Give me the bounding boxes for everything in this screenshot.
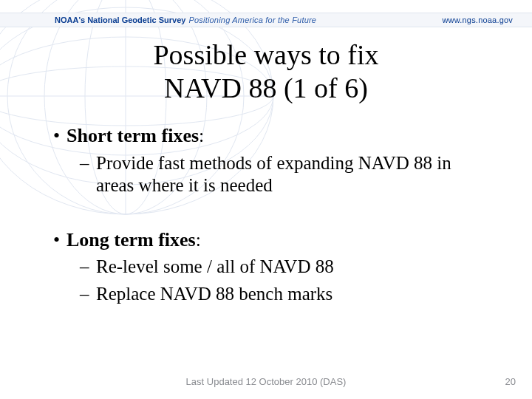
dash-icon: –: [80, 256, 96, 279]
sub-bullet-text: Re-level some / all of NAVD 88: [96, 256, 482, 279]
bullet-label-text: Long term fixes: [66, 229, 196, 250]
slide: NOAA's National Geodetic Survey Position…: [0, 0, 532, 399]
slide-title: Possible ways to fix NAVD 88 (1 of 6): [0, 38, 532, 105]
slide-body: • Short term fixes: – Provide fast metho…: [53, 124, 482, 305]
header-tagline: Positioning America for the Future: [188, 16, 316, 24]
sub-bullet-text: Provide fast methods of expanding NAVD 8…: [96, 152, 482, 197]
title-line-2: NAVD 88 (1 of 6): [164, 72, 368, 103]
bullet-item: • Long term fixes:: [53, 228, 482, 252]
bullet-dot-icon: •: [53, 124, 66, 148]
bullet-item: • Short term fixes:: [53, 124, 482, 148]
header-url: www.ngs.noaa.gov: [442, 16, 513, 24]
sub-bullet-item: – Re-level some / all of NAVD 88: [80, 256, 482, 279]
bullet-dot-icon: •: [53, 228, 66, 252]
header-left: NOAA's National Geodetic Survey Position…: [55, 16, 316, 24]
bullet-label: Long term fixes:: [66, 228, 482, 252]
header-bar: NOAA's National Geodetic Survey Position…: [0, 13, 532, 27]
footer-updated: Last Updated 12 October 2010 (DAS): [0, 376, 532, 387]
bullet-label: Short term fixes:: [66, 124, 482, 148]
bullet-label-text: Short term fixes: [66, 125, 199, 146]
dash-icon: –: [80, 283, 96, 306]
header-brand: NOAA's National Geodetic Survey: [55, 16, 185, 24]
title-line-1: Possible ways to fix: [153, 39, 378, 70]
footer-page-number: 20: [505, 376, 516, 387]
sub-bullet-text: Replace NAVD 88 bench marks: [96, 283, 482, 306]
sub-bullet-item: – Replace NAVD 88 bench marks: [80, 283, 482, 306]
sub-bullet-item: – Provide fast methods of expanding NAVD…: [80, 152, 482, 197]
dash-icon: –: [80, 152, 96, 175]
